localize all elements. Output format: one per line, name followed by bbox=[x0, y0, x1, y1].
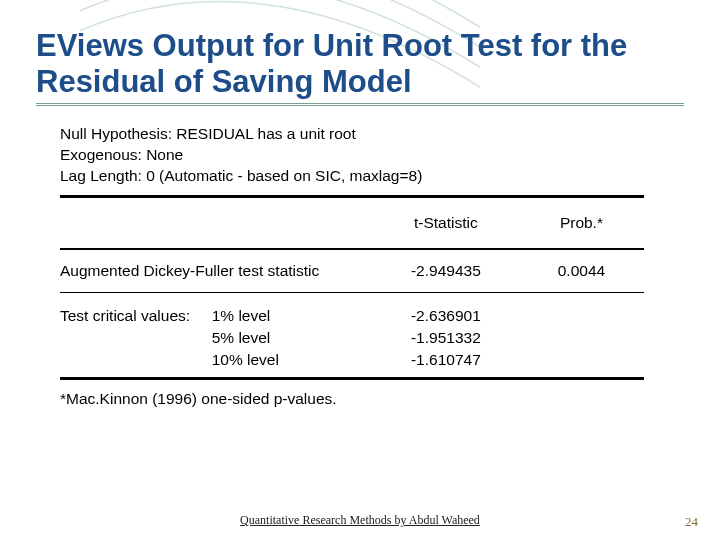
results-table: t-Statistic Prob.* Augmented Dickey-Full… bbox=[60, 195, 644, 408]
adf-tstat: -2.949435 bbox=[373, 262, 519, 280]
critical-level: 10% level bbox=[208, 351, 373, 369]
blank-header bbox=[60, 214, 373, 232]
null-hypothesis: Null Hypothesis: RESIDUAL has a unit roo… bbox=[60, 124, 684, 145]
critical-value: -1.610747 bbox=[373, 351, 519, 369]
table-row: Test critical values: 1% level -2.636901… bbox=[60, 305, 644, 327]
divider bbox=[60, 195, 644, 198]
divider bbox=[60, 377, 644, 380]
critical-level: 5% level bbox=[208, 329, 373, 347]
table-row: 5% level -1.951332 . bbox=[60, 327, 644, 349]
table-row: 10% level -1.610747 . bbox=[60, 349, 644, 371]
adf-prob: 0.0044 bbox=[519, 262, 644, 280]
table-header-row: t-Statistic Prob.* bbox=[60, 204, 644, 242]
critical-value: -1.951332 bbox=[373, 329, 519, 347]
page-title: EViews Output for Unit Root Test for the… bbox=[36, 28, 684, 106]
critical-value: -2.636901 bbox=[373, 307, 519, 325]
spec-block: Null Hypothesis: RESIDUAL has a unit roo… bbox=[60, 124, 684, 187]
critical-label: Test critical values: bbox=[60, 307, 208, 325]
page-number: 24 bbox=[685, 514, 698, 530]
adf-label: Augmented Dickey-Fuller test statistic bbox=[60, 262, 373, 280]
critical-values-block: Test critical values: 1% level -2.636901… bbox=[60, 305, 644, 371]
exogenous: Exogenous: None bbox=[60, 145, 684, 166]
footnote: *Mac.Kinnon (1996) one-sided p-values. bbox=[60, 390, 644, 408]
tstat-header: t-Statistic bbox=[373, 214, 519, 232]
prob-header: Prob.* bbox=[519, 214, 644, 232]
divider bbox=[60, 292, 644, 293]
lag-length: Lag Length: 0 (Automatic - based on SIC,… bbox=[60, 166, 684, 187]
footer-credit: Quantitative Research Methods by Abdul W… bbox=[0, 513, 720, 528]
adf-row: Augmented Dickey-Fuller test statistic -… bbox=[60, 256, 644, 286]
divider bbox=[60, 248, 644, 250]
critical-level: 1% level bbox=[208, 307, 373, 325]
